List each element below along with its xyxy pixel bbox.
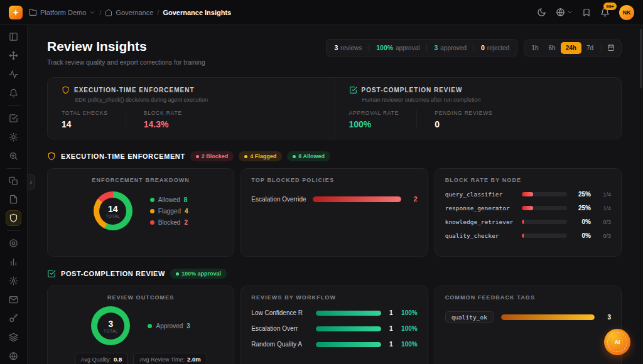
sidebar-item-documents[interactable]	[6, 192, 21, 208]
breadcrumb-separator: /	[157, 9, 159, 16]
workflow-bar	[316, 311, 381, 316]
folder-icon	[29, 8, 37, 16]
feedback-tag-bar	[501, 314, 595, 320]
node-pct: 0%	[572, 218, 591, 225]
top-blocked-policies-title: TOP BLOCKED POLICIES	[251, 177, 417, 183]
workflow-pct: 100%	[399, 325, 418, 332]
block-rate-label: BLOCK RATE	[144, 110, 182, 116]
workflow-row: Random Quality A 1 100%	[251, 341, 417, 348]
summary-review-title: POST-COMPLETION REVIEW	[362, 87, 463, 94]
check-square-icon	[9, 114, 18, 123]
approval-pill: 100% approval	[170, 269, 227, 279]
donut-total-label: TOTAL	[104, 329, 118, 333]
node-bar	[522, 233, 567, 238]
workflow-count: 1	[387, 325, 393, 332]
sidebar-item-integrations[interactable]	[6, 329, 21, 345]
check-square-icon	[47, 269, 56, 278]
node-name: quality_checker	[445, 232, 517, 239]
sidebar-divider	[7, 168, 21, 169]
total-checks-value: 14	[62, 119, 108, 129]
sidebar-item-dashboard[interactable]	[6, 29, 21, 45]
block-rate-value: 14.3%	[144, 119, 182, 129]
sidebar-item-network[interactable]	[6, 348, 21, 364]
sidebar-item-governance[interactable]	[6, 210, 21, 226]
scrollbar[interactable]	[640, 29, 642, 360]
stat-approval: 100% approval	[376, 44, 419, 51]
summary-enforcement-title: EXECUTION-TIME ENFORCEMENT	[74, 87, 195, 94]
blocked-policy-label: Escalation Override	[251, 196, 306, 203]
notification-badge: 99+	[603, 3, 617, 10]
sidebar-item-appearance[interactable]	[6, 129, 21, 145]
columns-icon	[9, 32, 18, 41]
theme-toggle-button[interactable]	[537, 8, 546, 17]
node-pct: 25%	[572, 205, 591, 211]
sidebar-item-inbox[interactable]	[6, 292, 21, 308]
language-button[interactable]	[556, 8, 573, 17]
notifications-button[interactable]: 99+	[600, 8, 610, 17]
flagged-pill-label: 4 Flagged	[250, 153, 276, 159]
node-fraction: 1/4	[596, 191, 611, 198]
key-icon	[9, 314, 18, 323]
scrollbar-thumb[interactable]	[640, 29, 642, 88]
enforcement-donut-chart: 14 TOTAL	[94, 191, 132, 230]
user-avatar[interactable]: NK	[619, 5, 634, 20]
stat-rejected: 0 rejected	[481, 44, 509, 51]
sidebar	[0, 25, 28, 364]
copy-icon	[9, 176, 18, 186]
enforcement-legend: Allowed 8 Flagged 4 Blocked 2	[150, 196, 188, 226]
summary-enforcement: EXECUTION-TIME ENFORCEMENT SDK policy_ch…	[48, 78, 335, 139]
range-7d-button[interactable]: 7d	[581, 42, 598, 54]
sidebar-item-monitoring[interactable]	[6, 235, 21, 251]
breadcrumb-section[interactable]: Governance	[105, 9, 153, 16]
blocked-policy-row: Escalation Override 2	[251, 195, 417, 203]
sun-icon	[9, 132, 18, 142]
sidebar-item-search[interactable]	[6, 148, 21, 164]
workflow-pct: 100%	[399, 341, 418, 348]
donut-total-value: 3	[109, 319, 114, 329]
stats-divider	[426, 44, 427, 51]
range-24h-button[interactable]: 24h	[561, 42, 581, 54]
sidebar-item-tasks[interactable]	[6, 110, 21, 126]
legend-allowed-value: 8	[184, 196, 188, 203]
stat-approval-value: 100%	[376, 44, 393, 51]
node-name: knowledge_retriever	[445, 218, 517, 225]
dot-icon	[244, 155, 247, 158]
page-header: Review Insights Track review quality and…	[47, 39, 622, 66]
avg-review-time-label: Avg Review Time:	[139, 356, 185, 363]
block-rate-row: response_generator 25% 1/4	[445, 205, 611, 211]
workflow-count: 1	[387, 341, 393, 348]
workflow-row: Low Confidence R 1 100%	[251, 309, 417, 316]
stats-divider	[369, 44, 369, 51]
sidebar-item-workflows[interactable]	[6, 48, 21, 63]
breadcrumb-project[interactable]: Platform Demo	[29, 8, 95, 16]
block-rate-card: BLOCK RATE BY NODE query_classifier 25% …	[435, 168, 622, 257]
sidebar-item-settings[interactable]	[6, 273, 21, 289]
sidebar-item-analytics[interactable]	[6, 254, 21, 270]
blocked-policy-value: 2	[408, 195, 418, 203]
legend-item-blocked: Blocked 2	[150, 219, 188, 226]
range-6h-button[interactable]: 6h	[544, 42, 561, 54]
ai-assistant-button[interactable]: AI	[604, 329, 630, 355]
pending-reviews-label: PENDING REVIEWS	[435, 110, 492, 116]
page-subtitle: Track review quality and export correcti…	[47, 58, 205, 66]
summary-review: POST-COMPLETION REVIEW Human reviewer ou…	[335, 78, 622, 139]
sidebar-item-activity[interactable]	[6, 67, 21, 82]
dot-icon	[293, 155, 296, 158]
review-outcomes-title: REVIEW OUTCOMES	[58, 294, 224, 301]
layers-icon	[9, 333, 18, 342]
range-1h-button[interactable]: 1h	[526, 42, 543, 54]
block-rate-row: quality_checker 0% 0/3	[445, 232, 611, 239]
sidebar-item-alerts[interactable]	[6, 85, 21, 101]
sidebar-item-collections[interactable]	[6, 173, 21, 189]
sidebar-expand-handle[interactable]	[27, 174, 35, 190]
block-rate-title: BLOCK RATE BY NODE	[445, 177, 611, 183]
sidebar-item-access-keys[interactable]	[6, 311, 21, 326]
calendar-button[interactable]	[601, 43, 619, 53]
bookmark-button[interactable]	[582, 8, 591, 17]
app-logo[interactable]	[9, 6, 23, 19]
block-rate-row: knowledge_retriever 0% 0/3	[445, 218, 611, 225]
stat-reviews-value: 3	[334, 44, 338, 51]
allowed-pill: 8 Allowed	[287, 151, 330, 161]
avg-quality-pill: Avg Quality: 0.8	[75, 353, 129, 364]
stats-divider	[473, 44, 474, 51]
